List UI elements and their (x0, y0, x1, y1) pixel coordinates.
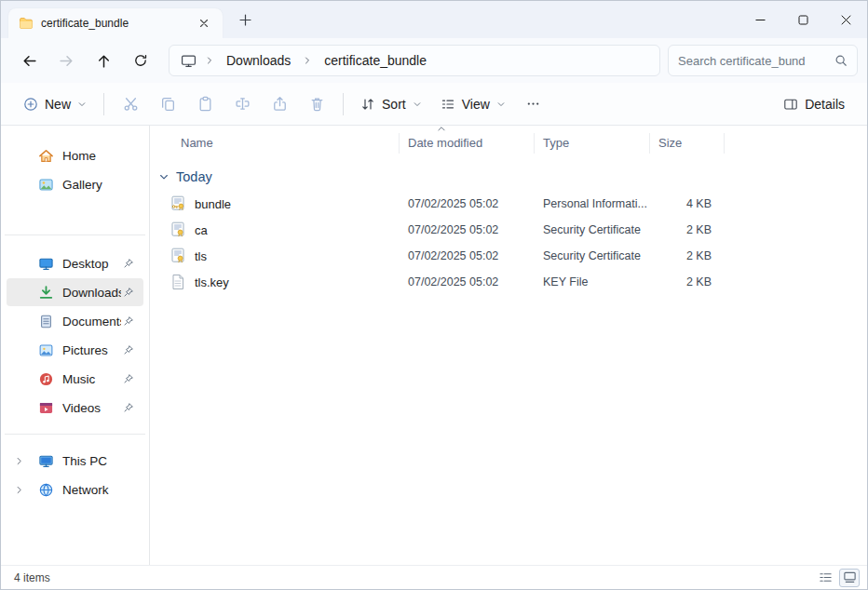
sidebar-item-network[interactable]: Network (7, 476, 143, 503)
column-header-date-modified[interactable]: Date modified (400, 133, 535, 154)
up-button[interactable] (85, 44, 122, 77)
sidebar-item-gallery[interactable]: Gallery (7, 170, 143, 198)
sidebar-item-music[interactable]: Music (7, 365, 143, 393)
certificate-file-icon (170, 221, 186, 238)
file-date-modified: 07/02/2025 05:02 (400, 275, 535, 288)
new-tab-button[interactable] (232, 7, 258, 33)
new-button[interactable]: New (14, 88, 96, 120)
thumbnail-view-icon (843, 570, 857, 584)
file-type: Personal Informati... (535, 197, 650, 210)
details-button[interactable]: Details (774, 88, 854, 120)
sidebar-item-videos[interactable]: Videos (7, 394, 143, 422)
column-header-size[interactable]: Size (650, 133, 725, 154)
sidebar-item-desktop[interactable]: Desktop (7, 249, 143, 277)
view-icon (441, 97, 455, 112)
column-header-name[interactable]: Name (150, 133, 400, 154)
paste-icon (197, 96, 213, 112)
this-pc-icon (38, 453, 54, 469)
sidebar-item-pictures[interactable]: Pictures (7, 336, 143, 364)
list-view-icon (819, 570, 833, 584)
sidebar-item-downloads[interactable]: Downloads (7, 278, 143, 306)
search-icon[interactable] (834, 54, 848, 67)
maximize-button[interactable] (781, 1, 824, 38)
sidebar-item-documents[interactable]: Documents (7, 307, 143, 335)
sidebar-item-label: Gallery (62, 178, 143, 192)
pin-icon (121, 315, 136, 327)
cut-button[interactable] (112, 88, 149, 120)
window-body: Home Gallery Desktop (1, 126, 867, 565)
copy-button[interactable] (149, 88, 186, 120)
share-button[interactable] (261, 88, 298, 120)
items-count: 4 items (14, 571, 811, 584)
file-size: 2 KB (650, 223, 725, 236)
close-icon (841, 15, 851, 25)
monitor-icon[interactable] (179, 53, 198, 69)
group-header-today[interactable]: Today (150, 163, 867, 191)
thumbnail-view-toggle[interactable] (839, 569, 860, 587)
details-button-label: Details (805, 97, 845, 112)
file-size: 4 KB (650, 197, 725, 210)
pin-icon (121, 344, 136, 355)
file-type: Security Certificate (535, 223, 650, 236)
rename-button[interactable] (224, 88, 261, 120)
rename-icon (235, 96, 251, 112)
expand-chevron-icon[interactable] (14, 485, 24, 495)
sort-button-label: Sort (382, 97, 406, 112)
share-icon (272, 96, 288, 112)
sidebar-item-this-pc[interactable]: This PC (7, 447, 143, 475)
chevron-down-icon (77, 100, 87, 109)
explorer-window: certificate_bundle (0, 0, 868, 590)
paste-button[interactable] (186, 88, 224, 120)
forward-arrow-icon (59, 53, 75, 69)
music-icon (38, 371, 54, 387)
view-button[interactable]: View (431, 88, 515, 120)
search-input[interactable] (678, 54, 829, 68)
breadcrumb-item-certificate-bundle[interactable]: certificate_bundle (319, 51, 432, 70)
file-row-tls-key[interactable]: tls.key 07/02/2025 05:02 KEY File 2 KB (150, 269, 867, 295)
refresh-button[interactable] (122, 44, 159, 77)
file-row-ca[interactable]: ca 07/02/2025 05:02 Security Certificate… (150, 217, 867, 243)
sidebar-item-label: This PC (62, 454, 143, 468)
tab-certificate-bundle[interactable]: certificate_bundle (8, 8, 223, 38)
close-button[interactable] (824, 1, 867, 38)
sidebar-item-label: Pictures (62, 343, 121, 357)
pin-icon (121, 287, 136, 298)
delete-icon (309, 96, 325, 112)
folder-icon (18, 16, 34, 32)
breadcrumb: Downloads certificate_bundle (169, 45, 660, 76)
back-button[interactable] (10, 44, 47, 77)
tab-close-icon[interactable] (195, 14, 213, 33)
more-options-button[interactable] (515, 88, 552, 120)
file-name: ca (195, 223, 208, 237)
desktop-icon (38, 256, 54, 272)
gallery-icon (38, 177, 54, 193)
sidebar-item-label: Home (62, 149, 143, 163)
minimize-button[interactable] (739, 1, 781, 38)
videos-icon (38, 400, 54, 416)
column-header-type[interactable]: Type (535, 133, 650, 154)
breadcrumb-item-downloads[interactable]: Downloads (221, 51, 296, 70)
downloads-icon (38, 285, 54, 301)
forward-button[interactable] (47, 44, 85, 77)
group-label: Today (176, 169, 212, 184)
file-row-bundle[interactable]: bundle 07/02/2025 05:02 Personal Informa… (150, 191, 867, 217)
file-name: bundle (195, 197, 231, 211)
sort-icon (360, 97, 375, 112)
chevron-down-icon (496, 100, 506, 109)
navigation-pane: Home Gallery Desktop (1, 126, 150, 565)
list-view-toggle[interactable] (815, 569, 835, 587)
status-bar: 4 items (1, 565, 867, 589)
maximize-icon (798, 15, 808, 25)
file-row-tls[interactable]: tls 07/02/2025 05:02 Security Certificat… (150, 243, 867, 269)
sidebar-item-home[interactable]: Home (7, 141, 143, 169)
home-icon (38, 148, 54, 164)
sort-button[interactable]: Sort (351, 88, 431, 120)
file-size: 2 KB (650, 249, 725, 262)
delete-button[interactable] (298, 88, 335, 120)
file-type: KEY File (535, 275, 650, 288)
toolbar-divider (343, 93, 344, 115)
group-chevron-icon[interactable] (158, 171, 170, 182)
expand-chevron-icon[interactable] (14, 456, 24, 466)
copy-icon (160, 96, 176, 112)
file-date-modified: 07/02/2025 05:02 (400, 197, 535, 210)
